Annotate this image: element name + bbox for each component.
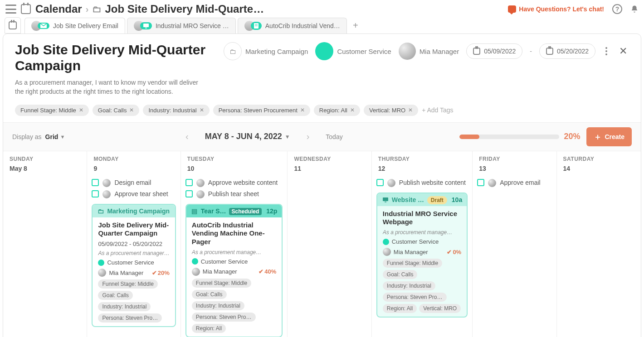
card-owner: Mia Manager ✔0% xyxy=(383,248,461,256)
team-dot-icon xyxy=(383,239,389,245)
tag-remove-icon[interactable]: ✕ xyxy=(350,107,355,113)
task-checkbox[interactable] xyxy=(185,179,193,186)
task-checkbox[interactable] xyxy=(376,179,384,186)
tag-industry[interactable]: Industry: Industrial✕ xyxy=(143,105,209,116)
prev-period-button[interactable]: ‹ xyxy=(182,130,192,144)
next-period-button[interactable]: › xyxy=(303,130,313,144)
card-desc: As a procurement manage… xyxy=(383,229,461,236)
card-desc: As a procurement manager… xyxy=(98,250,169,256)
tab-mro[interactable]: Industrial MRO Service … xyxy=(127,18,236,34)
tab-autocrib[interactable]: AutoCrib Industrial Vend… xyxy=(238,18,347,34)
tag-region[interactable]: Region: All✕ xyxy=(314,105,360,116)
card-owner: Mia Manager ✔20% xyxy=(98,269,169,277)
owner-chip[interactable]: Mia Manager xyxy=(399,43,459,60)
card-campaign[interactable]: 🗀 Marketing Campaign Job Site Delivery M… xyxy=(92,204,176,327)
day-col-saturday: SATURDAY 14 xyxy=(557,151,641,337)
display-as-select[interactable]: Grid ▼ xyxy=(45,133,65,140)
card-tag[interactable]: Goal: Calls xyxy=(383,270,418,279)
calendar-icon[interactable] xyxy=(21,4,31,14)
tab-home[interactable] xyxy=(5,17,21,34)
tag-funnel-stage[interactable]: Funnel Stage: Middle✕ xyxy=(15,105,89,116)
owner-label: Mia Manager xyxy=(420,48,459,55)
plus-icon: ＋ xyxy=(594,131,602,142)
help-icon[interactable]: ? xyxy=(612,4,622,14)
card-tag[interactable]: Region: All xyxy=(383,304,417,313)
card-time: 10a xyxy=(452,196,462,203)
date-range-label: MAY 8 - JUN 4, 2022 xyxy=(205,132,282,141)
card-tag[interactable]: Region: All xyxy=(192,324,226,333)
tag-remove-icon[interactable]: ✕ xyxy=(200,107,204,113)
day-name: FRIDAY xyxy=(479,156,550,162)
tab-email[interactable]: Job Site Delivery Email xyxy=(24,18,125,34)
card-title: Job Site Delivery Mid-Quarter Campaign xyxy=(98,221,169,238)
card-progress: ✔0% xyxy=(447,249,461,255)
task-checkbox[interactable] xyxy=(92,179,99,186)
tag-remove-icon[interactable]: ✕ xyxy=(79,107,83,113)
card-progress: ✔40% xyxy=(259,268,276,275)
card-tag[interactable]: Vertical: MRO xyxy=(419,304,461,313)
day-name: SUNDAY xyxy=(10,156,80,162)
tag-remove-icon[interactable]: ✕ xyxy=(300,107,305,113)
bell-icon[interactable] xyxy=(630,5,639,14)
card-team: Customer Service xyxy=(98,259,169,266)
task-checkbox[interactable] xyxy=(185,190,193,197)
card-tag[interactable]: Industry: Industrial xyxy=(192,301,244,310)
avatar xyxy=(383,248,391,256)
tag-remove-icon[interactable]: ✕ xyxy=(408,107,413,113)
card-dates: 05/09/2022 - 05/20/2022 xyxy=(98,241,169,247)
start-date-picker[interactable]: 05/09/2022 xyxy=(466,43,522,59)
day-num: 10 xyxy=(187,165,281,172)
card-head: 🗀 Marketing Campaign xyxy=(93,205,175,217)
tab-add[interactable]: + xyxy=(349,19,362,32)
task-row[interactable]: Design email xyxy=(92,178,176,187)
display-value: Grid xyxy=(45,133,59,140)
create-button[interactable]: ＋ Create xyxy=(586,127,632,146)
category-chip[interactable]: 🗀 Marketing Campaign xyxy=(224,42,308,60)
mail-icon xyxy=(38,23,49,29)
team-chip[interactable]: Customer Service xyxy=(315,42,391,60)
chat-link[interactable]: Have Questions? Let's chat! xyxy=(508,5,604,13)
task-checkbox[interactable] xyxy=(477,179,484,186)
card-tag[interactable]: Industry: Industrial xyxy=(383,281,435,290)
card-tag[interactable]: Funnel Stage: Middle xyxy=(383,259,442,268)
calendar-icon xyxy=(9,21,17,29)
tag-persona[interactable]: Persona: Steven Procurement✕ xyxy=(213,105,310,116)
task-row[interactable]: Approve email xyxy=(477,178,551,187)
card-tag[interactable]: Goal: Calls xyxy=(192,290,227,299)
task-row[interactable]: Publish website content xyxy=(376,178,468,187)
svg-rect-7 xyxy=(385,202,386,202)
breadcrumb-root[interactable]: Calendar xyxy=(35,3,82,15)
task-checkbox[interactable] xyxy=(92,190,99,197)
calendar-icon xyxy=(473,48,480,55)
tag-goal[interactable]: Goal: Calls✕ xyxy=(93,105,140,116)
menu-icon[interactable] xyxy=(5,5,16,14)
end-date-picker[interactable]: 05/20/2022 xyxy=(539,43,595,59)
card-tag[interactable]: Funnel Stage: Middle xyxy=(192,279,251,288)
progress-percent: 20% xyxy=(564,132,580,141)
card-team: Customer Service xyxy=(192,258,277,265)
close-icon[interactable]: ✕ xyxy=(617,43,629,59)
card-tag[interactable]: Industry: Industrial xyxy=(98,302,151,311)
task-row[interactable]: Approve website content xyxy=(185,178,283,187)
tag-vertical[interactable]: Vertical: MRO✕ xyxy=(364,105,418,116)
tags-row: Funnel Stage: Middle✕ Goal: Calls✕ Indus… xyxy=(3,102,641,122)
task-row[interactable]: Approve tear sheet xyxy=(92,190,176,198)
status-badge: Draft xyxy=(427,196,447,204)
today-button[interactable]: Today xyxy=(326,133,342,140)
card-webpage[interactable]: Website C… Draft 10a Industrial MRO Serv… xyxy=(376,193,468,318)
more-menu-icon[interactable] xyxy=(603,44,610,58)
card-tag[interactable]: Persona: Steven Pro… xyxy=(383,293,447,302)
card-tag[interactable]: Persona: Steven Pro… xyxy=(98,313,162,323)
date-range-select[interactable]: MAY 8 - JUN 4, 2022 ▼ xyxy=(205,132,290,141)
task-row[interactable]: Publish tear sheet xyxy=(185,190,283,198)
breadcrumb-folder[interactable]: Job Site Delivery Mid-Quarte… xyxy=(105,3,264,15)
card-tag[interactable]: Persona: Steven Pro… xyxy=(192,313,256,322)
card-tag[interactable]: Goal: Calls xyxy=(98,291,133,300)
day-col-thursday: THURSDAY 12 Publish website content Webs… xyxy=(372,151,473,337)
breadcrumb: Calendar › 🗀 Job Site Delivery Mid-Quart… xyxy=(35,3,264,15)
card-tear-sheet[interactable]: ▤ Tear S… Scheduled 12p AutoCrib Industr… xyxy=(185,204,283,337)
tag-remove-icon[interactable]: ✕ xyxy=(129,107,134,113)
add-tags-button[interactable]: + Add Tags xyxy=(422,106,453,114)
card-pct-value: 20% xyxy=(158,270,170,276)
card-tag[interactable]: Funnel Stage: Middle xyxy=(98,279,157,289)
